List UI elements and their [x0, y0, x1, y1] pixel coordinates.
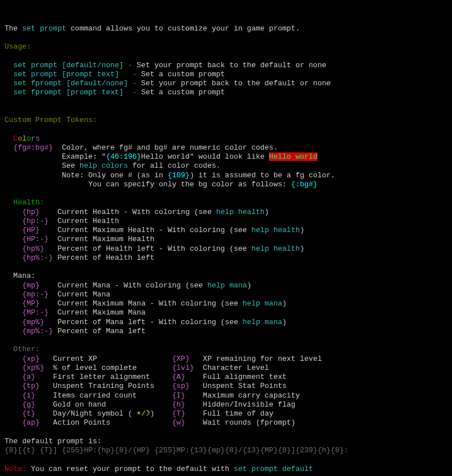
usage-cmd-3: set fprompt [prompt text]	[14, 88, 124, 97]
colors-ex-pre: Example: "	[62, 152, 106, 161]
colors-note-tok: {109}	[168, 171, 190, 180]
usage-gap-1	[119, 70, 128, 78]
other-tok1-2: {a}	[22, 373, 35, 381]
other-desc2-3: Unspent Stat Points	[203, 382, 286, 390]
other-tok1-6: {t}	[22, 409, 35, 418]
health-label: Health:	[14, 198, 45, 207]
mana-help-4: help mana	[242, 318, 282, 326]
health-desc-0a: Current Health - With coloring (see	[58, 208, 216, 216]
health-tok-2: {HP}	[22, 226, 40, 234]
colors-heading: Colors	[14, 134, 40, 143]
other-table: {xp} Current XP {XP} XP remaining for ne…	[5, 355, 447, 428]
colors-note-post: ) it is assumed to be a fg color.	[190, 171, 335, 180]
health-desc-2a: Current Maximum Health - With coloring (…	[58, 226, 251, 234]
other-tok2-1: {lvl}	[172, 364, 203, 372]
usage-sep-2: -	[128, 79, 141, 88]
usage-desc-1: Set a custom prompt	[141, 70, 225, 78]
mana-tok-4: {mp%}	[22, 318, 44, 326]
other-tok1-4: {i}	[22, 391, 35, 400]
usage-cmd-1: set prompt [prompt text]	[14, 70, 119, 78]
other-tok1-3: {tp}	[22, 382, 40, 390]
other-label: Other:	[14, 345, 40, 353]
other-desc2-6: Full time of day	[203, 409, 273, 418]
colors-ex-demo: Hello world	[269, 152, 318, 161]
colors-see-pre: See	[62, 161, 79, 170]
mana-desc-4a: Percent of Mana left - With coloring (se…	[58, 318, 243, 326]
colors-see-post: for all color codes.	[128, 161, 220, 170]
health-tok-5: {hp%:-}	[22, 254, 53, 262]
other-tok2-6: {T}	[172, 409, 203, 418]
other-tok2-2: {A}	[172, 373, 203, 381]
mana-tok-3: {MP:-}	[22, 308, 49, 317]
colors-help: help colors	[80, 161, 128, 170]
other-desc2-7: Wait rounds (fprompt)	[203, 418, 295, 427]
mana-help-0: help mana	[207, 281, 247, 290]
other-tok2-0: {XP}	[172, 355, 203, 363]
default-prompt: {8}[{t} {T}] {255}HP:{hp}{8}/{HP} {255}M…	[5, 446, 349, 455]
health-tok-4: {hp%}	[22, 244, 44, 253]
health-help-4: help health	[251, 244, 300, 253]
other-tok2-5: {h}	[172, 400, 203, 409]
other-desc2-2: Full alignment text	[203, 373, 286, 381]
colors-note-pre: Note: Only one # (as in	[62, 171, 167, 180]
health-tok-3: {HP:-}	[22, 235, 49, 243]
usage-cmd-2: set fprompt [default/none]	[14, 79, 128, 88]
mana-tok-1: {mp:-}	[22, 290, 49, 299]
mana-desc-4b: )	[282, 318, 287, 326]
other-tok2-3: {sp}	[172, 382, 203, 390]
mana-tok-0: {mp}	[22, 281, 40, 290]
mana-desc-0b: )	[247, 281, 251, 290]
other-desc2-0: XP remaining for next level	[203, 355, 322, 363]
other-tok1-7: {ap}	[22, 418, 40, 427]
other-tok2-7: {w}	[172, 418, 203, 427]
usage-desc-2: Set your prompt back to the default or n…	[141, 79, 331, 88]
usage-desc-3: Set a custom prompt	[141, 88, 225, 97]
colors-token: {fg#:bg#}	[14, 143, 53, 152]
mana-desc-2a: Current Maximum Mana - With coloring (se…	[58, 299, 243, 308]
health-tok-1: {hp:-}	[22, 217, 49, 225]
default-label: The default prompt is:	[5, 437, 102, 446]
other-tok1-5: {g}	[22, 400, 35, 409]
mana-desc-1: Current Mana	[58, 290, 111, 299]
health-help-0: help health	[216, 208, 265, 216]
note-cmd: set prompt default	[234, 465, 313, 473]
intro-cmd: set prompt	[22, 24, 66, 33]
usage-label: Usage:	[5, 42, 31, 51]
mana-desc-3: Current Maximum Mana	[58, 308, 146, 317]
tokens-label: Custom Prompt Tokens:	[5, 116, 97, 124]
other-desc2-4: Maximum carry capacity	[203, 391, 300, 400]
intro-pre: The	[5, 24, 22, 33]
mana-desc-0a: Current Mana - With coloring (see	[58, 281, 207, 290]
other-tok2-4: {I}	[172, 391, 203, 400]
usage-cmd-0: set prompt [default/none]	[14, 61, 124, 69]
health-desc-4a: Percent of Health left - With coloring (…	[58, 244, 251, 253]
usage-sep-1: -	[128, 70, 141, 78]
mana-tok-5: {mp%:-}	[22, 327, 53, 335]
colors-ex-mid: Hello world" would look like	[141, 152, 269, 161]
health-desc-4b: )	[300, 244, 305, 253]
colors-line1: Color, where fg# and bg# are numeric col…	[62, 143, 277, 152]
usage-sep-0: -	[124, 61, 137, 69]
other-desc2-1: Character Level	[203, 364, 269, 372]
note-label: Note:	[5, 465, 27, 473]
note-body: You can reset your prompt to the default…	[27, 465, 234, 473]
intro-post: command allows you to customize your in …	[66, 24, 299, 33]
health-desc-0b: )	[264, 208, 269, 216]
health-desc-2b: )	[300, 226, 305, 234]
health-desc-1: Current Health	[58, 217, 119, 225]
health-desc-5: Percent of Health left	[58, 254, 155, 262]
colors-ex-tok: {46:196}	[106, 152, 141, 161]
usage-sep-3: -	[128, 88, 141, 97]
mana-desc-5: Percent of Mana left	[58, 327, 146, 335]
colors-note2-tok: {:bg#}	[291, 180, 318, 189]
health-tok-0: {hp}	[22, 208, 40, 216]
usage-desc-0: Set your prompt back to the default or n…	[137, 61, 326, 69]
health-desc-3: Current Maximum Health	[58, 235, 155, 243]
mana-desc-2b: )	[282, 299, 287, 308]
mana-label: Mana:	[14, 272, 36, 280]
mana-help-2: help mana	[242, 299, 282, 308]
colors-note2-pre: You can specify only the bg color as fol…	[88, 180, 291, 189]
mana-tok-2: {MP}	[22, 299, 40, 308]
health-help-2: help health	[251, 226, 300, 234]
other-desc2-5: Hidden/Invisible flag	[203, 400, 295, 409]
